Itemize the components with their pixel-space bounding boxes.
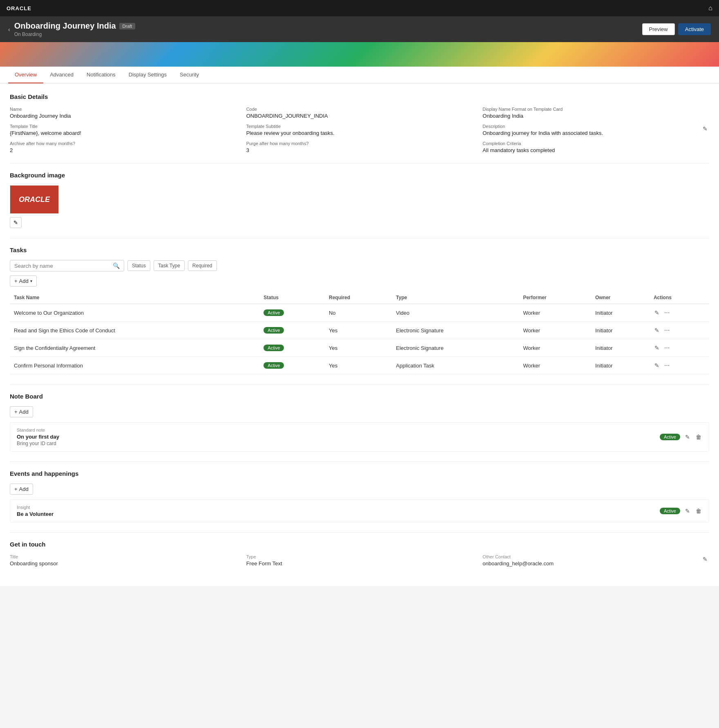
task-required-cell: Yes <box>325 357 392 374</box>
task-more-button[interactable]: ··· <box>663 326 670 335</box>
tab-notifications[interactable]: Notifications <box>80 67 122 83</box>
task-edit-button[interactable]: ✎ <box>654 344 660 352</box>
note-edit-button[interactable]: ✎ <box>684 433 691 441</box>
task-owner-cell: Initiator <box>591 322 650 339</box>
detail-template-subtitle: Template Subtitle Please review your onb… <box>246 124 473 136</box>
detail-archive-value: 2 <box>10 147 237 153</box>
detail-display-format-label: Display Name Format on Template Card <box>482 107 709 112</box>
description-edit-button[interactable]: ✎ <box>701 124 709 134</box>
task-actions-cell: ✎ ··· <box>650 304 709 322</box>
activate-button[interactable]: Activate <box>678 23 711 35</box>
top-navigation: ORACLE ⌂ <box>0 0 719 16</box>
main-content: Basic Details Name Onboarding Journey In… <box>0 83 719 586</box>
add-icon: + <box>14 278 18 284</box>
event-edit-button[interactable]: ✎ <box>684 507 691 515</box>
note-board-section: Note Board + Add Standard note On your f… <box>10 393 709 452</box>
col-owner: Owner <box>591 291 650 304</box>
event-title: Be a Volunteer <box>17 511 54 517</box>
detail-completion-label: Completion Criteria <box>482 141 709 146</box>
col-task-name: Task Name <box>10 291 259 304</box>
task-name-cell: Read and Sign the Ethics Code of Conduct <box>10 322 259 339</box>
task-owner-cell: Initiator <box>591 357 650 374</box>
search-input[interactable] <box>14 263 113 269</box>
add-event-button[interactable]: + Add <box>10 484 33 495</box>
task-name-cell: Sign the Confidentiality Agreement <box>10 339 259 357</box>
tasks-table: Task Name Status Required Type Performer… <box>10 291 709 374</box>
tab-advanced[interactable]: Advanced <box>43 67 80 83</box>
status-badge: Active <box>263 345 284 351</box>
detail-name: Name Onboarding Journey India <box>10 107 237 119</box>
contact-edit-button[interactable]: ✎ <box>701 554 709 564</box>
col-required: Required <box>325 291 392 304</box>
contact-other-value: onboarding_help@oracle.com <box>482 560 554 567</box>
basic-details-row2: Template Title {FirstName}, welcome aboa… <box>10 124 709 136</box>
tab-display-settings[interactable]: Display Settings <box>122 67 173 83</box>
tab-security[interactable]: Security <box>173 67 205 83</box>
detail-template-subtitle-value: Please review your onboarding tasks. <box>246 130 473 136</box>
task-type-cell: Application Task <box>392 357 519 374</box>
status-badge: Active <box>263 309 284 316</box>
event-delete-button[interactable]: 🗑 <box>695 507 702 515</box>
detail-purge-value: 3 <box>246 147 473 153</box>
detail-name-label: Name <box>10 107 237 112</box>
edit-image-button[interactable]: ✎ <box>10 217 22 228</box>
add-note-button[interactable]: + Add <box>10 406 33 417</box>
detail-display-format-value: Onboarding India <box>482 113 709 119</box>
detail-purge-label: Purge after how many months? <box>246 141 473 146</box>
add-note-label: Add <box>19 409 29 415</box>
detail-template-title-value: {FirstName}, welcome aboard! <box>10 130 237 136</box>
page-title: Onboarding Journey India Draft <box>14 21 136 31</box>
contact-grid: Title Onboarding sponsor Type Free Form … <box>10 554 709 567</box>
bg-image-title: Background image <box>10 172 709 179</box>
task-performer-cell: Worker <box>519 339 591 357</box>
bg-image-preview: ORACLE <box>10 185 59 214</box>
basic-details-row1: Name Onboarding Journey India Code ONBOA… <box>10 107 709 119</box>
add-note-icon: + <box>14 409 18 415</box>
task-status-cell: Active <box>259 322 325 339</box>
task-actions-cell: ✎ ··· <box>650 357 709 374</box>
task-edit-button[interactable]: ✎ <box>654 326 660 334</box>
task-edit-button[interactable]: ✎ <box>654 309 660 317</box>
col-performer: Performer <box>519 291 591 304</box>
title-area: Onboarding Journey India Draft On Boardi… <box>14 21 136 37</box>
note-board-title: Note Board <box>10 393 709 400</box>
detail-template-subtitle-label: Template Subtitle <box>246 124 473 129</box>
add-event-label: Add <box>19 486 29 492</box>
divider-1 <box>10 163 709 164</box>
draft-badge: Draft <box>119 23 136 29</box>
task-more-button[interactable]: ··· <box>663 361 670 370</box>
tab-overview[interactable]: Overview <box>8 67 43 83</box>
note-meta: Standard note <box>17 428 59 432</box>
add-task-button[interactable]: + Add ▾ <box>10 276 37 287</box>
tasks-table-header: Task Name Status Required Type Performer… <box>10 291 709 304</box>
background-image-section: Background image ORACLE ✎ <box>10 172 709 228</box>
task-more-button[interactable]: ··· <box>663 308 670 317</box>
note-delete-button[interactable]: 🗑 <box>695 433 702 441</box>
task-required-cell: No <box>325 304 392 322</box>
filter-required-button[interactable]: Required <box>188 260 217 271</box>
detail-archive: Archive after how many months? 2 <box>10 141 237 153</box>
add-chevron-down-icon: ▾ <box>30 279 32 283</box>
filter-status-button[interactable]: Status <box>127 260 150 271</box>
event-item: Insight Be a Volunteer Active ✎ 🗑 <box>10 500 709 522</box>
detail-archive-label: Archive after how many months? <box>10 141 237 146</box>
note-status-badge: Active <box>660 434 680 440</box>
filter-task-type-button[interactable]: Task Type <box>154 260 185 271</box>
contact-type-value: Free Form Text <box>246 560 473 567</box>
table-row: Confirm Personal Information Active Yes … <box>10 357 709 374</box>
event-content: Insight Be a Volunteer <box>17 505 54 517</box>
status-badge: Active <box>263 362 284 369</box>
task-actions-cell: ✎ ··· <box>650 339 709 357</box>
task-edit-button[interactable]: ✎ <box>654 361 660 370</box>
add-label: Add <box>19 278 29 284</box>
page-header: ‹ Onboarding Journey India Draft On Boar… <box>0 16 719 42</box>
task-name-cell: Confirm Personal Information <box>10 357 259 374</box>
back-arrow[interactable]: ‹ <box>8 26 10 33</box>
get-in-touch-section: Get in touch Title Onboarding sponsor Ty… <box>10 541 709 567</box>
task-more-button[interactable]: ··· <box>663 343 670 352</box>
detail-purge: Purge after how many months? 3 <box>246 141 473 153</box>
task-type-cell: Electronic Signature <box>392 339 519 357</box>
banner-image <box>0 42 719 67</box>
home-icon[interactable]: ⌂ <box>708 4 712 12</box>
preview-button[interactable]: Preview <box>642 23 675 35</box>
